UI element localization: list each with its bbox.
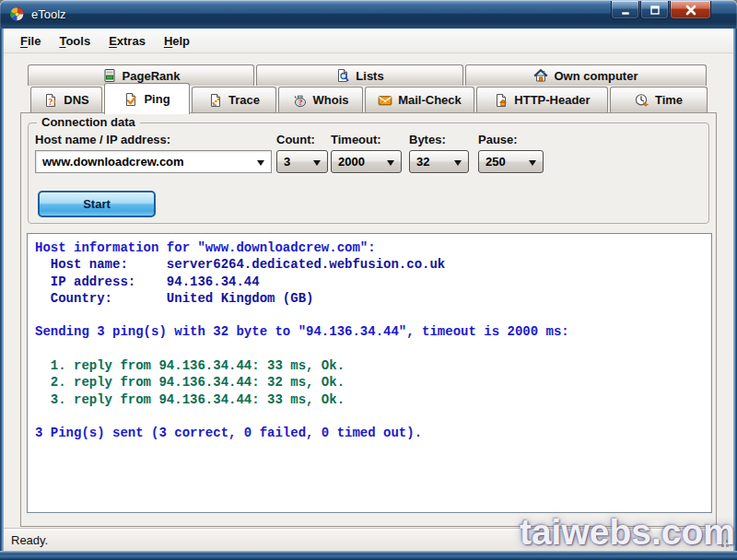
tab-whois[interactable]: ?Whois [278, 87, 363, 112]
resize-grip[interactable] [719, 537, 730, 548]
menu-item-label: Extras [109, 34, 146, 48]
ping-icon [123, 92, 138, 107]
app-window: eToolz FileToolsExtrasHelp PageRankLists… [0, 0, 737, 560]
menu-bar: FileToolsExtrasHelp [4, 29, 733, 53]
window-title: eToolz [31, 7, 66, 21]
window-border-left [0, 29, 4, 551]
output-line: Sending 3 ping(s) with 32 byte to "94.13… [35, 323, 704, 340]
svg-text:?: ? [52, 99, 55, 107]
host-combobox[interactable]: www.downloadcrew.com [35, 150, 272, 173]
tab-label: Mail-Check [398, 93, 462, 107]
tab-label: PageRank [123, 69, 181, 83]
menu-extras[interactable]: Extras [99, 31, 155, 51]
trace-icon [208, 93, 223, 108]
bytes-select: Bytes: 32 [409, 133, 469, 173]
chevron-down-icon[interactable] [454, 160, 462, 169]
chevron-down-icon[interactable] [257, 160, 264, 169]
tab-label: HTTP-Header [514, 93, 590, 107]
param-value: 250 [485, 155, 506, 169]
tab-ping[interactable]: Ping [104, 83, 190, 114]
chevron-down-icon[interactable] [313, 160, 321, 169]
minimize-icon [618, 4, 633, 17]
window-border-right [733, 29, 737, 551]
output-line [35, 341, 704, 357]
tab-label: Own computer [554, 69, 638, 83]
menu-item-label: Tools [59, 34, 90, 48]
tab-http-header[interactable]: HTTP-Header [476, 87, 608, 112]
tab-row-primary: ??DNSPingTrace?WhoisMail-CheckHTTP-Heade… [30, 87, 708, 112]
tab-time[interactable]: Time [610, 87, 708, 112]
svg-text:?: ? [298, 98, 303, 107]
tab-label: Time [655, 93, 683, 107]
output-line [35, 408, 704, 425]
app-icon [9, 6, 25, 22]
output-line [35, 307, 704, 323]
tab-label: Whois [313, 93, 349, 107]
output-line: Host name: server6264.dedicated.webfusio… [35, 256, 704, 273]
time-icon [635, 93, 649, 108]
output-line: 3. reply from 94.136.34.44: 33 ms, Ok. [35, 391, 704, 408]
tab-trace[interactable]: Trace [192, 87, 276, 112]
tab-label: Ping [144, 92, 170, 106]
timeout-select: Timeout: 2000 [331, 133, 402, 173]
ping-output-area[interactable]: Host information for "www.downloadcrew.c… [27, 233, 712, 513]
pause-select[interactable]: 250 [478, 150, 544, 173]
tab-label: Trace [228, 93, 260, 107]
output-line: 1. reply from 94.136.34.44: 33 ms, Ok. [35, 357, 704, 374]
param-value: 2000 [338, 155, 365, 169]
chevron-down-icon[interactable] [529, 160, 536, 169]
count-select[interactable]: 3 [276, 150, 328, 173]
tab-label: Lists [356, 69, 383, 83]
whois-icon: ? [293, 93, 308, 108]
http-icon [494, 93, 509, 108]
menu-help[interactable]: Help [155, 31, 199, 51]
maximize-button[interactable] [640, 1, 669, 19]
ping-tab-panel: Connection data Host name / IP address: … [20, 112, 717, 527]
output-line: 3 Ping(s) sent (3 correct, 0 failed, 0 t… [35, 425, 704, 441]
param-value: 3 [284, 155, 290, 169]
tab-own-computer[interactable]: Own computer [465, 64, 707, 86]
minimize-button[interactable] [611, 1, 639, 19]
groupbox-legend: Connection data [37, 115, 140, 129]
param-label: Count: [276, 133, 328, 146]
connection-data-groupbox: Connection data Host name / IP address: … [28, 122, 709, 224]
tab-dns[interactable]: ??DNS [30, 87, 102, 112]
window-controls [610, 1, 711, 19]
menu-tools[interactable]: Tools [50, 31, 99, 51]
dns-icon: ?? [43, 93, 58, 108]
param-value: 32 [416, 155, 429, 169]
bytes-select[interactable]: 32 [409, 150, 469, 173]
status-text: Ready. [11, 533, 48, 547]
param-label: Timeout: [331, 133, 402, 146]
tab-lists[interactable]: Lists [256, 64, 463, 86]
window-border-bottom [0, 551, 737, 560]
menu-item-label: Help [164, 34, 190, 48]
pause-select: Pause: 250 [478, 133, 544, 173]
menu-file[interactable]: File [11, 31, 50, 51]
count-select: Count: 3 [276, 133, 328, 173]
host-value: www.downloadcrew.com [42, 155, 184, 169]
close-button[interactable] [670, 1, 711, 19]
tab-mail-check[interactable]: Mail-Check [365, 87, 474, 112]
tab-label: DNS [64, 93, 88, 107]
output-line: Country: United Kingdom (GB) [35, 290, 704, 307]
param-label: Pause: [478, 133, 544, 146]
output-line: IP address: 94.136.34.44 [35, 274, 704, 290]
chevron-down-icon[interactable] [387, 160, 394, 169]
start-button[interactable]: Start [38, 191, 156, 217]
computer-icon [533, 68, 548, 83]
menu-item-label: File [20, 34, 41, 48]
host-label: Host name / IP address: [35, 133, 272, 146]
output-line: Host information for "www.downloadcrew.c… [35, 239, 704, 256]
mail-icon [378, 93, 392, 108]
maximize-icon [648, 4, 662, 17]
close-icon [683, 4, 699, 17]
output-line: 2. reply from 94.136.34.44: 32 ms, Ok. [35, 374, 704, 391]
param-label: Bytes: [409, 133, 469, 146]
timeout-select[interactable]: 2000 [331, 150, 402, 173]
pagerank-icon [102, 68, 117, 83]
lists-icon [335, 68, 350, 83]
status-bar: Ready. [4, 529, 733, 551]
